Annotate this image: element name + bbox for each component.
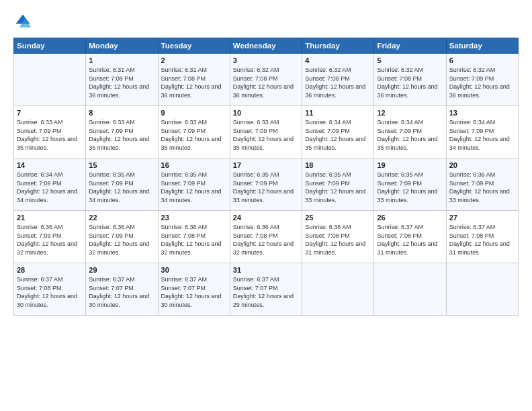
day-detail: Sunrise: 6:36 AMSunset: 7:08 PMDaylight:… [233,223,299,257]
day-cell: 9Sunrise: 6:33 AMSunset: 7:09 PMDaylight… [158,106,230,158]
day-detail: Sunrise: 6:37 AMSunset: 7:08 PMDaylight:… [17,275,83,309]
day-cell: 25Sunrise: 6:36 AMSunset: 7:08 PMDayligh… [302,211,374,263]
day-detail: Sunrise: 6:32 AMSunset: 7:08 PMDaylight:… [377,66,443,99]
day-cell: 19Sunrise: 6:35 AMSunset: 7:09 PMDayligh… [374,158,446,211]
week-row-3: 14Sunrise: 6:34 AMSunset: 7:09 PMDayligh… [14,158,519,211]
day-cell: 22Sunrise: 6:36 AMSunset: 7:09 PMDayligh… [86,211,158,263]
day-detail: Sunrise: 6:34 AMSunset: 7:09 PMDaylight:… [305,118,371,152]
day-number: 27 [449,214,515,222]
day-number: 7 [17,109,83,117]
day-number: 14 [17,161,83,169]
day-cell: 31Sunrise: 6:37 AMSunset: 7:07 PMDayligh… [230,263,302,316]
calendar-table: SundayMondayTuesdayWednesdayThursdayFrid… [13,38,519,316]
day-detail: Sunrise: 6:35 AMSunset: 7:09 PMDaylight:… [305,171,371,204]
day-number: 15 [89,161,154,169]
week-row-2: 7Sunrise: 6:33 AMSunset: 7:09 PMDaylight… [14,106,519,158]
day-detail: Sunrise: 6:33 AMSunset: 7:09 PMDaylight:… [89,118,154,152]
day-cell: 5Sunrise: 6:32 AMSunset: 7:08 PMDaylight… [374,54,446,106]
day-cell: 21Sunrise: 6:36 AMSunset: 7:09 PMDayligh… [14,211,86,263]
day-detail: Sunrise: 6:37 AMSunset: 7:07 PMDaylight:… [89,275,154,309]
day-detail: Sunrise: 6:36 AMSunset: 7:09 PMDaylight:… [89,223,154,257]
day-detail: Sunrise: 6:34 AMSunset: 7:09 PMDaylight:… [17,171,83,204]
day-cell: 17Sunrise: 6:35 AMSunset: 7:09 PMDayligh… [230,158,302,211]
day-number: 28 [17,266,83,274]
day-number: 2 [161,56,227,64]
day-number: 6 [449,56,515,64]
day-cell: 20Sunrise: 6:36 AMSunset: 7:09 PMDayligh… [446,158,518,211]
day-detail: Sunrise: 6:31 AMSunset: 7:08 PMDaylight:… [89,66,154,99]
day-cell: 6Sunrise: 6:32 AMSunset: 7:09 PMDaylight… [446,54,518,106]
day-header-thursday: Thursday [302,38,374,54]
day-header-sunday: Sunday [14,38,86,54]
day-cell: 18Sunrise: 6:35 AMSunset: 7:09 PMDayligh… [302,158,374,211]
day-number: 29 [89,266,154,274]
day-number: 25 [305,214,371,222]
day-cell [14,54,86,106]
day-number: 30 [161,266,227,274]
day-number: 5 [377,56,443,64]
day-cell: 2Sunrise: 6:31 AMSunset: 7:08 PMDaylight… [158,54,230,106]
day-number: 26 [377,214,443,222]
day-number: 31 [233,266,299,274]
day-detail: Sunrise: 6:32 AMSunset: 7:08 PMDaylight:… [233,66,299,99]
day-detail: Sunrise: 6:36 AMSunset: 7:08 PMDaylight:… [305,223,371,257]
week-row-4: 21Sunrise: 6:36 AMSunset: 7:09 PMDayligh… [14,211,519,263]
week-row-5: 28Sunrise: 6:37 AMSunset: 7:08 PMDayligh… [14,263,519,316]
day-detail: Sunrise: 6:35 AMSunset: 7:09 PMDaylight:… [377,171,443,204]
day-detail: Sunrise: 6:35 AMSunset: 7:09 PMDaylight:… [233,171,299,204]
day-number: 19 [377,161,443,169]
day-detail: Sunrise: 6:36 AMSunset: 7:09 PMDaylight:… [17,223,83,257]
day-cell: 16Sunrise: 6:35 AMSunset: 7:09 PMDayligh… [158,158,230,211]
day-cell: 14Sunrise: 6:34 AMSunset: 7:09 PMDayligh… [14,158,86,211]
day-cell: 24Sunrise: 6:36 AMSunset: 7:08 PMDayligh… [230,211,302,263]
logo-icon [13,12,32,31]
day-cell: 27Sunrise: 6:37 AMSunset: 7:08 PMDayligh… [446,211,518,263]
day-cell [374,263,446,316]
day-number: 10 [233,109,299,117]
day-detail: Sunrise: 6:32 AMSunset: 7:09 PMDaylight:… [449,66,515,99]
day-number: 13 [449,109,515,117]
day-detail: Sunrise: 6:34 AMSunset: 7:09 PMDaylight:… [377,118,443,152]
day-detail: Sunrise: 6:37 AMSunset: 7:08 PMDaylight:… [449,223,515,257]
day-number: 11 [305,109,371,117]
day-detail: Sunrise: 6:33 AMSunset: 7:09 PMDaylight:… [161,118,227,152]
day-detail: Sunrise: 6:36 AMSunset: 7:09 PMDaylight:… [449,171,515,204]
day-detail: Sunrise: 6:36 AMSunset: 7:08 PMDaylight:… [161,223,227,257]
day-cell: 12Sunrise: 6:34 AMSunset: 7:09 PMDayligh… [374,106,446,158]
day-cell: 29Sunrise: 6:37 AMSunset: 7:07 PMDayligh… [86,263,158,316]
day-number: 4 [305,56,371,64]
day-number: 17 [233,161,299,169]
day-header-tuesday: Tuesday [158,38,230,54]
day-cell: 11Sunrise: 6:34 AMSunset: 7:09 PMDayligh… [302,106,374,158]
day-detail: Sunrise: 6:32 AMSunset: 7:08 PMDaylight:… [305,66,371,99]
day-detail: Sunrise: 6:33 AMSunset: 7:09 PMDaylight:… [233,118,299,152]
day-cell: 30Sunrise: 6:37 AMSunset: 7:07 PMDayligh… [158,263,230,316]
day-cell: 7Sunrise: 6:33 AMSunset: 7:09 PMDaylight… [14,106,86,158]
day-cell: 3Sunrise: 6:32 AMSunset: 7:08 PMDaylight… [230,54,302,106]
day-number: 3 [233,56,299,64]
day-cell [302,263,374,316]
day-number: 22 [89,214,154,222]
day-number: 9 [161,109,227,117]
day-number: 24 [233,214,299,222]
day-number: 21 [17,214,83,222]
day-cell: 1Sunrise: 6:31 AMSunset: 7:08 PMDaylight… [86,54,158,106]
day-detail: Sunrise: 6:35 AMSunset: 7:09 PMDaylight:… [161,171,227,204]
day-header-friday: Friday [374,38,446,54]
day-number: 18 [305,161,371,169]
day-cell [446,263,518,316]
day-detail: Sunrise: 6:37 AMSunset: 7:07 PMDaylight:… [233,275,299,309]
day-cell: 23Sunrise: 6:36 AMSunset: 7:08 PMDayligh… [158,211,230,263]
day-detail: Sunrise: 6:37 AMSunset: 7:07 PMDaylight:… [161,275,227,309]
header-row: SundayMondayTuesdayWednesdayThursdayFrid… [14,38,519,54]
day-cell: 8Sunrise: 6:33 AMSunset: 7:09 PMDaylight… [86,106,158,158]
day-number: 20 [449,161,515,169]
day-header-monday: Monday [86,38,158,54]
day-cell: 10Sunrise: 6:33 AMSunset: 7:09 PMDayligh… [230,106,302,158]
day-detail: Sunrise: 6:33 AMSunset: 7:09 PMDaylight:… [17,118,83,152]
day-detail: Sunrise: 6:34 AMSunset: 7:09 PMDaylight:… [449,118,515,152]
week-row-1: 1Sunrise: 6:31 AMSunset: 7:08 PMDaylight… [14,54,519,106]
page: SundayMondayTuesdayWednesdayThursdayFrid… [0,0,532,411]
day-header-saturday: Saturday [446,38,518,54]
day-detail: Sunrise: 6:35 AMSunset: 7:09 PMDaylight:… [89,171,154,204]
